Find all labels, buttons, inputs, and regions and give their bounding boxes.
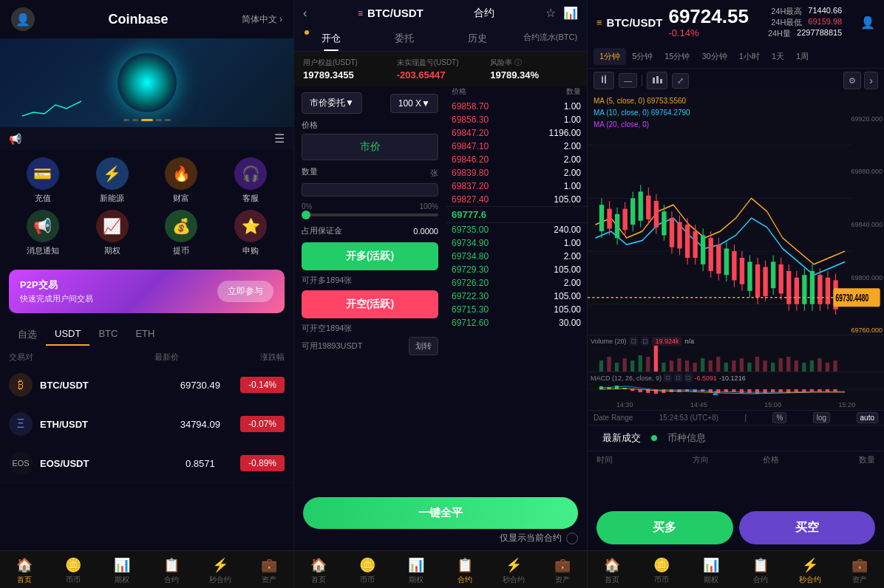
nav-home[interactable]: 🏠 首页 bbox=[0, 555, 49, 587]
order-type-selector[interactable]: 市价委托▼ bbox=[302, 92, 362, 114]
price-input[interactable]: 市价 bbox=[302, 134, 438, 160]
tf-1h[interactable]: 1小时 bbox=[733, 48, 766, 65]
tf-1d[interactable]: 1天 bbox=[766, 48, 790, 65]
close-all-button[interactable]: 一键全平 bbox=[303, 497, 578, 529]
p3-nav-spot[interactable]: 🪙 币币 bbox=[637, 555, 687, 587]
bar-chart-tool[interactable] bbox=[647, 72, 667, 89]
log-button[interactable]: log bbox=[813, 412, 830, 423]
bid-row[interactable]: 69735.00240.00 bbox=[446, 223, 587, 236]
auto-button[interactable]: auto bbox=[857, 412, 878, 423]
leverage-selector[interactable]: 100 X▼ bbox=[390, 94, 438, 113]
p2-nav-spot[interactable]: 🪙 币币 bbox=[343, 555, 392, 587]
bid-row[interactable]: 69712.6030.00 bbox=[446, 316, 587, 329]
language-selector[interactable]: 简体中文 › bbox=[242, 13, 282, 26]
icon-notify[interactable]: 📢 消息通知 bbox=[11, 210, 75, 256]
icon-subscribe[interactable]: ⭐ 申购 bbox=[219, 210, 282, 256]
tf-30min[interactable]: 30分钟 bbox=[696, 48, 733, 65]
p3-nav-quick[interactable]: ⚡ 秒合约 bbox=[785, 555, 834, 587]
expand-tool[interactable]: ⤢ bbox=[672, 73, 689, 89]
bid-row[interactable]: 69729.30105.00 bbox=[446, 263, 587, 276]
open-short-button[interactable]: 开空(活跃) bbox=[302, 290, 438, 318]
p2-nav-assets[interactable]: 💼 资产 bbox=[538, 555, 587, 587]
star-icon[interactable]: ☆ bbox=[545, 6, 556, 20]
chart-icon[interactable]: 📊 bbox=[563, 6, 578, 20]
buy-long-button[interactable]: 买多 bbox=[596, 511, 733, 544]
p2p-join-button[interactable]: 立即参与 bbox=[217, 281, 273, 302]
tab-btc[interactable]: BTC bbox=[89, 325, 126, 346]
bid-row[interactable]: 69715.30105.00 bbox=[446, 303, 587, 316]
sell-short-button[interactable]: 买空 bbox=[739, 511, 876, 544]
p2-nav-options[interactable]: 📊 期权 bbox=[392, 555, 441, 587]
svg-rect-4 bbox=[653, 78, 655, 83]
ask-row[interactable]: 69856.301.00 bbox=[446, 113, 587, 126]
ask-row[interactable]: 69846.202.00 bbox=[446, 153, 587, 166]
nav-quick-contract-p1[interactable]: ⚡ 秒合约 bbox=[196, 555, 245, 587]
icon-energy[interactable]: ⚡ 新能源 bbox=[81, 157, 144, 204]
menu-icon[interactable]: ☰ bbox=[274, 131, 285, 146]
p2-header: ‹ ≡ BTC/USDT 合约 ☆ 📊 bbox=[294, 0, 587, 26]
p3-nav-home[interactable]: 🏠 首页 bbox=[588, 555, 637, 587]
icon-withdraw[interactable]: 💰 提币 bbox=[150, 210, 214, 256]
svg-rect-88 bbox=[685, 360, 689, 372]
panel-coinbase: 👤 Coinbase 简体中文 › 📢 ☰ 💳 充值 ⚡ bbox=[0, 0, 293, 588]
p2-nav-home[interactable]: 🏠 首页 bbox=[294, 555, 343, 587]
p2-nav-contract[interactable]: 📋 合约 bbox=[441, 555, 489, 587]
coin-row-eth[interactable]: Ξ ETH/USDT 34794.09 -0.07% bbox=[0, 405, 293, 444]
tf-5min[interactable]: 5分钟 bbox=[626, 48, 659, 65]
ask-row[interactable]: 69858.701.00 bbox=[446, 100, 587, 113]
ask-row[interactable]: 69839.802.00 bbox=[446, 166, 587, 180]
expand-icon[interactable]: › bbox=[864, 72, 878, 89]
tf-1min[interactable]: 1分钟 bbox=[594, 48, 626, 65]
percent-button[interactable]: % bbox=[772, 412, 786, 423]
tab-eth[interactable]: ETH bbox=[126, 325, 163, 346]
p3-profile-icon[interactable]: 👤 bbox=[860, 16, 875, 30]
icon-options[interactable]: 📈 期权 bbox=[81, 210, 144, 256]
ask-row[interactable]: 69847.201196.00 bbox=[446, 126, 587, 140]
asks-list: 69858.701.00 69856.301.00 69847.201196.0… bbox=[446, 100, 587, 206]
tf-1w[interactable]: 1周 bbox=[790, 48, 815, 65]
p3-nav-assets[interactable]: 💼 资产 bbox=[834, 555, 884, 587]
line-tool[interactable]: — bbox=[619, 73, 637, 88]
back-button[interactable]: ‹ bbox=[303, 7, 307, 20]
icon-wealth[interactable]: 🔥 财富 bbox=[150, 157, 214, 204]
tab-orders[interactable]: 委托 bbox=[367, 26, 441, 51]
svg-rect-84 bbox=[654, 346, 658, 372]
nav-options-p1[interactable]: 📊 期权 bbox=[98, 555, 146, 587]
nav-assets-p1[interactable]: 💼 资产 bbox=[245, 555, 293, 587]
bid-row[interactable]: 69726.202.00 bbox=[446, 276, 587, 290]
tab-flow[interactable]: 合约流水(BTC) bbox=[514, 26, 587, 51]
svg-rect-119 bbox=[677, 389, 681, 392]
quantity-input[interactable] bbox=[302, 183, 438, 196]
show-current-checkbox[interactable] bbox=[566, 533, 578, 544]
p3-nav-options[interactable]: 📊 期权 bbox=[687, 555, 736, 587]
tab-history[interactable]: 历史 bbox=[441, 26, 514, 51]
icon-recharge[interactable]: 💳 充值 bbox=[11, 157, 75, 204]
bid-row[interactable]: 69734.802.00 bbox=[446, 250, 587, 263]
nav-spot[interactable]: 🪙 币币 bbox=[49, 555, 98, 587]
tab-usdt[interactable]: USDT bbox=[46, 325, 89, 346]
coin-row-btc[interactable]: ₿ BTC/USDT 69730.49 -0.14% bbox=[0, 366, 293, 405]
tf-15min[interactable]: 15分钟 bbox=[659, 48, 696, 65]
nav-contract-p1[interactable]: 📋 合约 bbox=[147, 555, 196, 587]
transfer-button[interactable]: 划转 bbox=[409, 337, 438, 355]
p2-nav-quick[interactable]: ⚡ 秒合约 bbox=[489, 555, 538, 587]
ask-row[interactable]: 69847.102.00 bbox=[446, 140, 587, 153]
svg-rect-89 bbox=[693, 363, 696, 372]
tab-coin-info[interactable]: 币种信息 bbox=[662, 428, 712, 448]
volume-section: Volume (20) □ □ 19.924k n/a bbox=[588, 335, 884, 372]
tab-watchlist[interactable]: 自选 bbox=[9, 325, 46, 346]
ask-row[interactable]: 69827.40105.00 bbox=[446, 193, 587, 206]
tab-open-position[interactable]: 开仓 bbox=[294, 26, 367, 51]
avatar[interactable]: 👤 bbox=[11, 7, 35, 31]
tab-recent-trades[interactable]: 最新成交 bbox=[596, 428, 647, 448]
open-long-button[interactable]: 开多(活跃) bbox=[302, 242, 438, 270]
candlestick-tool[interactable] bbox=[594, 72, 614, 89]
p3-nav-contract[interactable]: 📋 合约 bbox=[735, 555, 785, 587]
coin-row-eos[interactable]: EOS EOS/USDT 0.8571 -0.89% bbox=[0, 444, 293, 483]
settings-tool[interactable]: ⚙ bbox=[843, 72, 861, 89]
eth-change-badge: -0.07% bbox=[240, 416, 285, 432]
ask-row[interactable]: 69837.201.00 bbox=[446, 180, 587, 193]
bid-row[interactable]: 69734.901.00 bbox=[446, 236, 587, 250]
icon-service[interactable]: 🎧 客服 bbox=[219, 157, 282, 204]
bid-row[interactable]: 69722.30105.00 bbox=[446, 290, 587, 303]
